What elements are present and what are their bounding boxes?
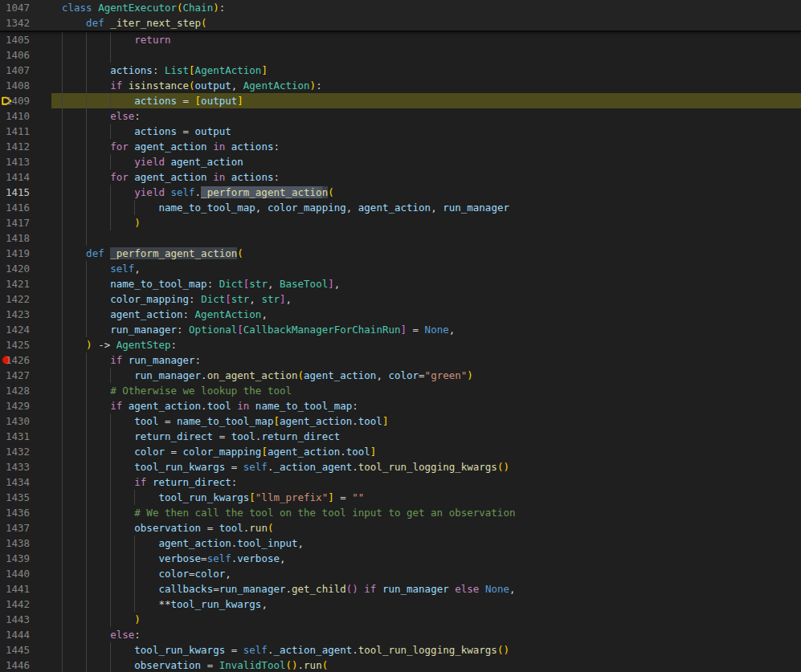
line-number[interactable]: 1441 xyxy=(6,581,30,597)
gutter[interactable]: 1430 xyxy=(0,413,51,429)
code-line-content[interactable]: if run_manager: xyxy=(51,352,801,368)
code-line-content[interactable]: for agent_action in actions: xyxy=(51,139,801,154)
line-number[interactable]: 1418 xyxy=(6,230,30,246)
gutter[interactable]: 1342 xyxy=(0,15,51,31)
line-number[interactable]: 1430 xyxy=(6,413,30,429)
gutter[interactable]: 1420 xyxy=(0,261,51,276)
gutter[interactable]: 1436 xyxy=(0,505,51,520)
line-number[interactable]: 1413 xyxy=(6,154,30,169)
code-line-content[interactable]: for agent_action in actions: xyxy=(51,169,801,185)
code-line-content[interactable]: color_mapping: Dict[str, str], xyxy=(51,291,801,307)
gutter[interactable]: 1442 xyxy=(0,597,51,612)
code-line-content[interactable]: ) xyxy=(51,215,801,230)
code-line-content[interactable]: observation = InvalidTool().run( xyxy=(51,658,801,672)
gutter[interactable]: 1426 xyxy=(0,352,51,368)
gutter[interactable]: 1438 xyxy=(0,536,51,551)
line-number[interactable]: 1411 xyxy=(6,124,30,139)
gutter[interactable]: 1440 xyxy=(0,566,51,581)
code-line-content[interactable]: yield self._perform_agent_action( xyxy=(51,185,801,200)
line-number[interactable]: 1434 xyxy=(6,474,30,490)
gutter[interactable]: 1433 xyxy=(0,459,51,474)
line-number[interactable]: 1425 xyxy=(6,337,30,352)
line-number[interactable]: 1342 xyxy=(6,15,30,31)
line-number[interactable]: 1421 xyxy=(6,276,30,291)
gutter[interactable]: 1428 xyxy=(0,383,51,398)
line-number[interactable]: 1428 xyxy=(6,383,30,398)
line-number[interactable]: 1410 xyxy=(6,108,30,124)
code-line-content[interactable]: if agent_action.tool in name_to_tool_map… xyxy=(51,398,801,413)
code-line-content[interactable]: callbacks=run_manager.get_child() if run… xyxy=(51,581,801,597)
line-number[interactable]: 1409 xyxy=(6,93,30,108)
gutter[interactable]: 1445 xyxy=(0,642,51,658)
line-number[interactable]: 1445 xyxy=(6,642,30,658)
code-line-content[interactable]: verbose=self.verbose, xyxy=(51,551,801,566)
code-line-content[interactable]: if isinstance(output, AgentAction): xyxy=(51,78,801,93)
line-number[interactable]: 1439 xyxy=(6,551,30,566)
code-line-content[interactable]: # We then call the tool on the tool inpu… xyxy=(51,505,801,520)
code-line-content[interactable]: ) -> AgentStep: xyxy=(51,337,801,352)
gutter[interactable]: 1047 xyxy=(0,0,51,15)
code-line-content[interactable]: ) xyxy=(51,612,801,627)
line-number[interactable]: 1419 xyxy=(6,246,30,261)
gutter[interactable]: 1417 xyxy=(0,215,51,230)
line-number[interactable]: 1435 xyxy=(6,490,30,505)
code-line-content[interactable]: tool = name_to_tool_map[agent_action.too… xyxy=(51,413,801,429)
line-number[interactable]: 1432 xyxy=(6,444,30,459)
code-line-content[interactable]: if return_direct: xyxy=(51,474,801,490)
gutter[interactable]: 1427 xyxy=(0,368,51,383)
gutter[interactable]: 1419 xyxy=(0,246,51,261)
line-number[interactable]: 1426 xyxy=(6,352,30,368)
line-number[interactable]: 1431 xyxy=(6,429,30,444)
code-line-content[interactable]: observation = tool.run( xyxy=(51,520,801,536)
code-line-content[interactable]: actions: List[AgentAction] xyxy=(51,63,801,78)
code-line-content[interactable] xyxy=(51,230,801,246)
line-number[interactable]: 1417 xyxy=(6,215,30,230)
gutter[interactable]: 1415 xyxy=(0,185,51,200)
gutter[interactable]: 1437 xyxy=(0,520,51,536)
line-number[interactable]: 1405 xyxy=(6,32,30,47)
line-number[interactable]: 1437 xyxy=(6,520,30,536)
line-number[interactable]: 1424 xyxy=(6,322,30,337)
gutter[interactable]: 1418 xyxy=(0,230,51,246)
code-line-content[interactable]: tool_run_kwargs["llm_prefix"] = "" xyxy=(51,490,801,505)
gutter[interactable]: 1424 xyxy=(0,322,51,337)
code-line-content[interactable]: # Otherwise we lookup the tool xyxy=(51,383,801,398)
gutter[interactable]: 1409 xyxy=(0,93,51,108)
code-line-content[interactable]: return_direct = tool.return_direct xyxy=(51,429,801,444)
gutter[interactable]: 1431 xyxy=(0,429,51,444)
code-line-content[interactable]: actions = [output] xyxy=(51,93,801,108)
line-number[interactable]: 1407 xyxy=(6,63,30,78)
code-line-content[interactable]: class AgentExecutor(Chain): xyxy=(51,0,801,15)
gutter[interactable]: 1421 xyxy=(0,276,51,291)
gutter[interactable]: 1414 xyxy=(0,169,51,185)
code-line-content[interactable]: run_manager.on_agent_action(agent_action… xyxy=(51,368,801,383)
code-line-content[interactable]: return xyxy=(51,32,801,47)
line-number[interactable]: 1415 xyxy=(6,185,30,200)
gutter[interactable]: 1412 xyxy=(0,139,51,154)
gutter[interactable]: 1439 xyxy=(0,551,51,566)
gutter[interactable]: 1429 xyxy=(0,398,51,413)
code-line-content[interactable]: run_manager: Optional[CallbackManagerFor… xyxy=(51,322,801,337)
code-line-content[interactable]: **tool_run_kwargs, xyxy=(51,597,801,612)
gutter[interactable]: 1411 xyxy=(0,124,51,139)
line-number[interactable]: 1438 xyxy=(6,536,30,551)
gutter[interactable]: 1408 xyxy=(0,78,51,93)
code-line-content[interactable]: agent_action: AgentAction, xyxy=(51,307,801,322)
line-number[interactable]: 1408 xyxy=(6,78,30,93)
gutter[interactable]: 1425 xyxy=(0,337,51,352)
line-number[interactable]: 1406 xyxy=(6,47,30,63)
gutter[interactable]: 1435 xyxy=(0,490,51,505)
code-line-content[interactable]: agent_action.tool_input, xyxy=(51,536,801,551)
line-number[interactable]: 1433 xyxy=(6,459,30,474)
line-number[interactable]: 1429 xyxy=(6,398,30,413)
sticky-scroll[interactable]: 1047class AgentExecutor(Chain):1342 def … xyxy=(0,0,801,32)
code-line-content[interactable]: tool_run_kwargs = self._action_agent.too… xyxy=(51,642,801,658)
gutter[interactable]: 1422 xyxy=(0,291,51,307)
code-line-content[interactable]: else: xyxy=(51,108,801,124)
gutter[interactable]: 1407 xyxy=(0,63,51,78)
line-number[interactable]: 1446 xyxy=(6,658,30,672)
code-line-content[interactable]: yield agent_action xyxy=(51,154,801,169)
gutter[interactable]: 1406 xyxy=(0,47,51,63)
code-line-content[interactable]: self, xyxy=(51,261,801,276)
line-number[interactable]: 1440 xyxy=(6,566,30,581)
